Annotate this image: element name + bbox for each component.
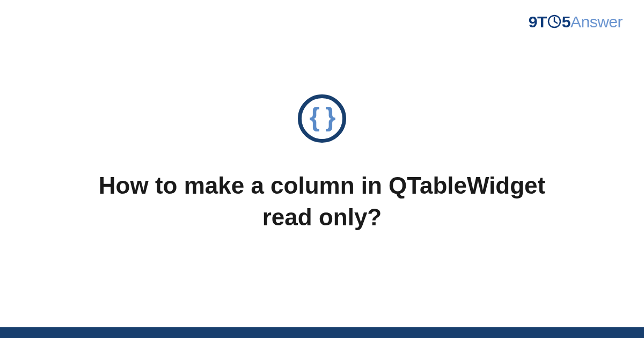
main-content: { } How to make a column in QTableWidget…	[0, 0, 644, 338]
code-braces-icon: { }	[310, 104, 335, 130]
category-icon-circle: { }	[298, 94, 346, 143]
footer-bar	[0, 327, 644, 338]
question-title: How to make a column in QTableWidget rea…	[80, 170, 564, 233]
